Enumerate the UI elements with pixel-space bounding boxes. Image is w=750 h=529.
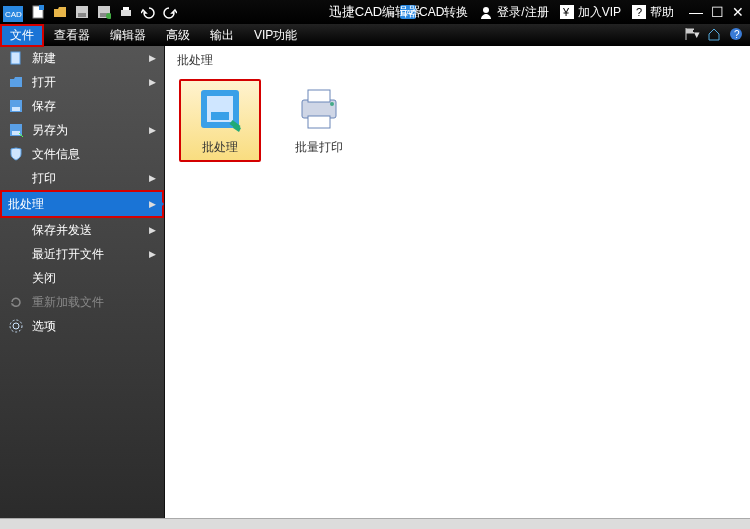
menubar: 文件 查看器 编辑器 高级 输出 VIP功能 ▾ ? — [0, 24, 750, 46]
blank-icon — [8, 170, 24, 186]
open-icon — [8, 74, 24, 90]
tile-batch[interactable]: 批处理 — [179, 79, 261, 162]
flag-icon[interactable]: ▾ — [684, 26, 700, 42]
chevron-right-icon: ▶ — [149, 249, 156, 259]
app-logo-icon: CAD — [2, 3, 24, 23]
maximize-button[interactable]: ☐ — [711, 4, 724, 20]
svg-point-13 — [483, 7, 489, 13]
redo-icon[interactable] — [162, 4, 178, 20]
titlebar-right: CAD CAD转换 登录/注册 ¥ 加入VIP ? 帮助 — ☐ ✕ — [397, 4, 750, 21]
svg-rect-20 — [11, 52, 20, 64]
sidebar-item-label: 新建 — [32, 50, 56, 67]
svg-point-25 — [13, 323, 19, 329]
svg-text:?: ? — [636, 6, 642, 18]
svg-rect-10 — [123, 7, 129, 10]
sidebar-item-label: 选项 — [32, 318, 56, 335]
svg-rect-24 — [12, 131, 20, 135]
svg-text:¥: ¥ — [562, 6, 570, 18]
tile-batch-print[interactable]: 批量打印 — [279, 79, 359, 162]
tile-label: 批处理 — [202, 139, 238, 156]
content-section-title: 批处理 — [177, 52, 738, 69]
blank-icon — [8, 270, 24, 286]
sidebar-item-options[interactable]: 选项 — [0, 314, 164, 338]
svg-rect-5 — [78, 13, 86, 17]
svg-rect-32 — [308, 116, 330, 128]
sidebar-item-label: 打开 — [32, 74, 56, 91]
menu-editor[interactable]: 编辑器 — [100, 24, 156, 47]
save-icon — [8, 98, 24, 114]
fileinfo-icon — [8, 146, 24, 162]
titlebar: CAD 迅捷CAD编辑器 CAD CAD转换 登录/注册 ¥ 加入VIP ? 帮… — [0, 0, 750, 24]
menu-advanced[interactable]: 高级 — [156, 24, 200, 47]
svg-rect-22 — [12, 107, 20, 111]
sidebar-item-label: 文件信息 — [32, 146, 80, 163]
chevron-right-icon: ▶ — [149, 173, 156, 183]
sidebar-item-label: 打印 — [32, 170, 56, 187]
svg-rect-3 — [39, 5, 44, 10]
content-panel: 批处理 批处理 批量打印 — [165, 46, 750, 518]
login-label: 登录/注册 — [497, 4, 548, 21]
cad-convert-label: CAD转换 — [419, 4, 468, 21]
file-menu-sidebar: 新建 ▶ 打开 ▶ 保存 另存为 ▶ 文件信息 打印 ▶ 批处理 ▶ — [0, 46, 165, 518]
chevron-right-icon: ▶ — [149, 53, 156, 63]
chevron-right-icon: ▶ — [149, 125, 156, 135]
sidebar-item-fileinfo[interactable]: 文件信息 — [0, 142, 164, 166]
close-button[interactable]: ✕ — [732, 4, 744, 20]
undo-icon[interactable] — [140, 4, 156, 20]
svg-point-33 — [330, 102, 334, 106]
sidebar-item-label: 批处理 — [8, 196, 44, 213]
vip-label: 加入VIP — [578, 4, 621, 21]
chevron-right-icon: ▶ — [149, 77, 156, 87]
tiles-row: 批处理 批量打印 — [177, 75, 738, 166]
save-icon[interactable] — [74, 4, 90, 20]
about-icon[interactable]: ? — [728, 26, 744, 42]
sidebar-item-new[interactable]: 新建 ▶ — [0, 46, 164, 70]
sidebar-item-label: 保存并发送 — [32, 222, 92, 239]
batch-print-icon — [295, 85, 343, 133]
new-file-icon[interactable] — [30, 4, 46, 20]
sidebar-item-label: 重新加载文件 — [32, 294, 104, 311]
menu-viewer[interactable]: 查看器 — [44, 24, 100, 47]
gear-icon — [8, 318, 24, 334]
statusbar — [0, 518, 750, 529]
svg-rect-29 — [211, 112, 229, 120]
print-icon[interactable] — [118, 4, 134, 20]
reload-icon — [8, 294, 24, 310]
login-button[interactable]: 登录/注册 — [475, 4, 551, 21]
app-title: 迅捷CAD编辑器 — [329, 3, 421, 21]
sidebar-item-batch[interactable]: 批处理 ▶ — [0, 190, 164, 218]
sidebar-item-label: 保存 — [32, 98, 56, 115]
menu-file[interactable]: 文件 — [0, 24, 44, 47]
menu-output[interactable]: 输出 — [200, 24, 244, 47]
sidebar-item-print[interactable]: 打印 ▶ — [0, 166, 164, 190]
home-icon[interactable] — [706, 26, 722, 42]
saveas-icon — [8, 122, 24, 138]
svg-rect-31 — [308, 90, 330, 102]
minimize-button[interactable]: — — [689, 4, 703, 20]
chevron-right-icon: ▶ — [149, 199, 156, 209]
batch-icon — [196, 85, 244, 133]
svg-rect-9 — [121, 10, 131, 16]
menu-vip[interactable]: VIP功能 — [244, 24, 307, 47]
sidebar-item-reload: 重新加载文件 — [0, 290, 164, 314]
svg-text:?: ? — [734, 29, 740, 40]
sidebar-item-save-send[interactable]: 保存并发送 ▶ — [0, 218, 164, 242]
vip-button[interactable]: ¥ 加入VIP — [556, 4, 624, 21]
chevron-right-icon: ▶ — [149, 225, 156, 235]
svg-point-26 — [10, 320, 22, 332]
help-button[interactable]: ? 帮助 — [628, 4, 677, 21]
saveas-icon[interactable] — [96, 4, 112, 20]
sidebar-item-recent[interactable]: 最近打开文件 ▶ — [0, 242, 164, 266]
help-label: 帮助 — [650, 4, 674, 21]
sidebar-item-label: 最近打开文件 — [32, 246, 104, 263]
user-icon — [478, 4, 494, 20]
sidebar-item-saveas[interactable]: 另存为 ▶ — [0, 118, 164, 142]
sidebar-item-open[interactable]: 打开 ▶ — [0, 70, 164, 94]
blank-icon — [8, 246, 24, 262]
sidebar-item-save[interactable]: 保存 — [0, 94, 164, 118]
sidebar-item-close[interactable]: 关闭 — [0, 266, 164, 290]
window-controls: — ☐ ✕ — [689, 4, 744, 20]
yen-icon: ¥ — [559, 4, 575, 20]
quick-access-toolbar — [26, 4, 182, 20]
open-folder-icon[interactable] — [52, 4, 68, 20]
